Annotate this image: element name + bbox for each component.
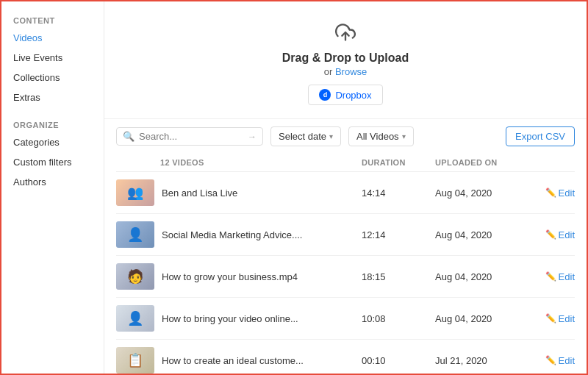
video-thumbnail: 👤 xyxy=(116,221,154,248)
video-uploaded: Aug 04, 2020 xyxy=(435,271,531,282)
dropbox-label: Dropbox xyxy=(335,90,371,101)
videos-count-badge: 12 VIDEOS xyxy=(160,158,204,167)
table-row[interactable]: 👥 Ben and Lisa Live 14:14 Aug 04, 2020 ✏… xyxy=(116,172,575,214)
video-thumbnail: 👥 xyxy=(116,179,154,206)
video-duration: 10:08 xyxy=(362,313,435,324)
thumb-icon: 🧑 xyxy=(127,268,143,285)
all-videos-button[interactable]: All Videos ▾ xyxy=(348,126,414,146)
video-name: How to grow your business.mp4 xyxy=(162,271,362,282)
edit-button[interactable]: ✏️ Edit xyxy=(531,229,575,240)
video-uploaded: Aug 04, 2020 xyxy=(435,229,531,240)
sidebar-item-authors[interactable]: Authors xyxy=(1,172,104,192)
select-date-label: Select date xyxy=(279,131,326,142)
table-row[interactable]: 👤 Social Media Marketing Advice.... 12:1… xyxy=(116,214,575,256)
upload-browse-text: or Browse xyxy=(324,66,368,77)
edit-icon: ✏️ xyxy=(545,229,556,240)
video-duration: 14:14 xyxy=(362,188,435,199)
video-uploaded: Aug 04, 2020 xyxy=(435,188,531,199)
sidebar-item-extras[interactable]: Extras xyxy=(1,88,104,107)
upload-icon xyxy=(335,22,356,47)
thumb-icon: 👤 xyxy=(127,310,143,326)
sidebar: CONTENT Videos Live Events Collections E… xyxy=(1,1,104,375)
browse-link[interactable]: Browse xyxy=(335,66,367,77)
edit-icon: ✏️ xyxy=(545,188,556,198)
video-thumbnail: 📋 xyxy=(116,347,154,374)
content-section-label: CONTENT xyxy=(1,10,104,28)
search-input[interactable] xyxy=(139,131,243,142)
dropbox-icon: d xyxy=(319,89,331,101)
edit-button[interactable]: ✏️ Edit xyxy=(531,355,575,366)
export-csv-button[interactable]: Export CSV xyxy=(506,126,575,146)
upload-title: Drag & Drop to Upload xyxy=(282,51,409,65)
table-row[interactable]: 🧑 How to grow your business.mp4 18:15 Au… xyxy=(116,256,575,298)
select-date-button[interactable]: Select date ▾ xyxy=(270,126,341,146)
select-date-chevron-icon: ▾ xyxy=(329,132,333,140)
table-col-duration-header: DURATION xyxy=(362,158,435,167)
video-name: How to bring your video online... xyxy=(162,313,362,324)
sidebar-item-collections[interactable]: Collections xyxy=(1,68,104,88)
upload-area: Drag & Drop to Upload or Browse d Dropbo… xyxy=(104,1,587,119)
search-arrow-icon[interactable]: → xyxy=(248,132,257,142)
table-col-title-header: 12 VIDEOS xyxy=(116,158,362,167)
search-wrapper: 🔍 → xyxy=(116,127,263,146)
video-duration: 12:14 xyxy=(362,229,435,240)
thumb-icon: 👤 xyxy=(127,226,143,243)
table-container: 12 VIDEOS DURATION UPLOADED ON 👥 Ben and… xyxy=(104,154,587,375)
thumb-icon: 📋 xyxy=(127,352,143,368)
toolbar: 🔍 → Select date ▾ All Videos ▾ Export CS… xyxy=(104,119,587,154)
edit-button[interactable]: ✏️ Edit xyxy=(531,313,575,324)
table-header: 12 VIDEOS DURATION UPLOADED ON xyxy=(116,154,575,172)
all-videos-label: All Videos xyxy=(356,131,399,142)
edit-icon: ✏️ xyxy=(545,271,556,282)
dropbox-button[interactable]: d Dropbox xyxy=(308,85,382,105)
sidebar-item-categories[interactable]: Categories xyxy=(1,132,104,152)
search-icon: 🔍 xyxy=(123,131,135,142)
video-uploaded: Jul 21, 2020 xyxy=(435,355,531,366)
all-videos-chevron-icon: ▾ xyxy=(402,132,406,140)
organize-section-label: ORGANIZE xyxy=(1,115,104,132)
main-content: Drag & Drop to Upload or Browse d Dropbo… xyxy=(104,1,587,375)
video-uploaded: Aug 04, 2020 xyxy=(435,313,531,324)
edit-button[interactable]: ✏️ Edit xyxy=(531,271,575,282)
video-thumbnail: 🧑 xyxy=(116,263,154,290)
video-name: Ben and Lisa Live xyxy=(162,188,362,199)
edit-icon: ✏️ xyxy=(545,313,556,324)
sidebar-item-live-events[interactable]: Live Events xyxy=(1,48,104,68)
video-thumbnail: 👤 xyxy=(116,305,154,332)
edit-icon: ✏️ xyxy=(545,355,556,365)
video-name: How to create an ideal custome... xyxy=(162,355,362,366)
table-row[interactable]: 👤 How to bring your video online... 10:0… xyxy=(116,298,575,340)
sidebar-item-videos[interactable]: Videos xyxy=(1,28,104,48)
video-duration: 18:15 xyxy=(362,271,435,282)
thumb-icon: 👥 xyxy=(127,185,143,201)
table-col-uploaded-header: UPLOADED ON xyxy=(435,158,531,167)
video-name: Social Media Marketing Advice.... xyxy=(162,229,362,240)
edit-button[interactable]: ✏️ Edit xyxy=(531,188,575,199)
video-duration: 00:10 xyxy=(362,355,435,366)
sidebar-item-custom-filters[interactable]: Custom filters xyxy=(1,152,104,172)
table-row[interactable]: 📋 How to create an ideal custome... 00:1… xyxy=(116,340,575,375)
